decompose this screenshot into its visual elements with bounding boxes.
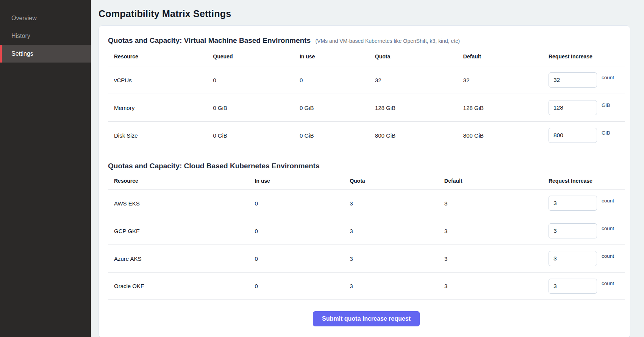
quota-cell: 800 GiB: [375, 132, 463, 139]
sidebar: Overview History Settings: [0, 0, 91, 337]
cloud-table-header-row: Resource In use Quota Default Request In…: [108, 172, 625, 189]
sidebar-item-settings[interactable]: Settings: [0, 45, 91, 63]
default-cell: 3: [444, 255, 549, 262]
quota-cell: 3: [350, 200, 444, 207]
table-row: Memory 0 GiB 0 GiB 128 GiB 128 GiB GiB: [108, 94, 625, 121]
aws-eks-request-input[interactable]: [549, 196, 597, 211]
resource-cell: Disk Size: [114, 132, 213, 139]
cloud-section-header: Quotas and Capacity: Cloud Based Kuberne…: [108, 162, 625, 170]
request-increase-cell: GiB: [549, 128, 625, 143]
in-use-cell: 0: [300, 77, 375, 83]
default-cell: 3: [444, 200, 549, 207]
default-cell: 800 GiB: [463, 132, 549, 139]
vm-section-title: Quotas and Capacity: Virtual Machine Bas…: [108, 36, 311, 44]
unit-label: count: [602, 198, 614, 204]
request-increase-cell: count: [549, 196, 625, 211]
quota-settings-card: Quotas and Capacity: Virtual Machine Bas…: [98, 25, 630, 337]
oracle-oke-request-input[interactable]: [549, 279, 597, 294]
in-use-cell: 0: [255, 228, 350, 234]
unit-label: count: [602, 75, 614, 80]
page-title: Compatibility Matrix Settings: [98, 8, 630, 19]
vcpus-request-input[interactable]: [549, 72, 597, 88]
unit-label: count: [602, 253, 614, 259]
resource-cell: vCPUs: [114, 77, 213, 83]
main-content: Compatibility Matrix Settings Quotas and…: [91, 0, 644, 337]
quota-cell: 128 GiB: [375, 105, 463, 111]
in-use-cell: 0 GiB: [300, 132, 375, 139]
default-cell: 3: [444, 283, 549, 289]
cloud-header-default: Default: [444, 178, 549, 184]
vm-header-quota: Quota: [375, 53, 463, 60]
unit-label: GiB: [602, 130, 610, 136]
memory-request-input[interactable]: [549, 100, 597, 115]
vm-header-default: Default: [463, 53, 549, 60]
default-cell: 32: [463, 77, 549, 83]
vm-table-header-row: Resource Queued In use Quota Default Req…: [108, 47, 625, 66]
default-cell: 3: [444, 228, 549, 234]
unit-label: GiB: [602, 102, 610, 108]
vm-quota-table: Resource Queued In use Quota Default Req…: [108, 47, 625, 149]
in-use-cell: 0: [255, 283, 350, 289]
quota-cell: 3: [350, 228, 444, 234]
table-row: AWS EKS 0 3 3 count: [108, 189, 625, 217]
queued-cell: 0 GiB: [213, 132, 300, 139]
resource-cell: GCP GKE: [114, 228, 255, 234]
sidebar-item-history[interactable]: History: [0, 27, 91, 45]
cloud-header-quota: Quota: [350, 178, 444, 184]
queued-cell: 0: [213, 77, 300, 83]
table-row: Disk Size 0 GiB 0 GiB 800 GiB 800 GiB Gi…: [108, 121, 625, 149]
table-row: GCP GKE 0 3 3 count: [108, 217, 625, 245]
resource-cell: Azure AKS: [114, 255, 255, 262]
vm-header-in-use: In use: [300, 53, 375, 60]
vm-header-request-increase: Request Increase: [549, 53, 625, 60]
resource-cell: AWS EKS: [114, 200, 255, 207]
submit-quota-button[interactable]: Submit quota increase request: [313, 311, 420, 326]
in-use-cell: 0: [255, 200, 350, 207]
disk-size-request-input[interactable]: [549, 128, 597, 143]
cloud-section-title: Quotas and Capacity: Cloud Based Kuberne…: [108, 162, 320, 170]
request-increase-cell: count: [549, 279, 625, 294]
cloud-header-request-increase: Request Increase: [549, 178, 625, 184]
resource-cell: Oracle OKE: [114, 283, 255, 289]
table-row: Azure AKS 0 3 3 count: [108, 245, 625, 272]
resource-cell: Memory: [114, 105, 213, 111]
request-increase-cell: count: [549, 223, 625, 238]
vm-header-queued: Queued: [213, 53, 300, 60]
cloud-quota-table: Resource In use Quota Default Request In…: [108, 172, 625, 300]
vm-section-subtitle: (VMs and VM-based Kubernetes like OpenSh…: [315, 38, 460, 44]
cloud-header-in-use: In use: [255, 178, 350, 184]
in-use-cell: 0 GiB: [300, 105, 375, 111]
vm-header-resource: Resource: [114, 53, 213, 60]
quota-cell: 3: [350, 255, 444, 262]
unit-label: count: [602, 281, 614, 286]
in-use-cell: 0: [255, 255, 350, 262]
table-row: Oracle OKE 0 3 3 count: [108, 272, 625, 300]
sidebar-item-overview[interactable]: Overview: [0, 9, 91, 27]
request-increase-cell: GiB: [549, 100, 625, 115]
default-cell: 128 GiB: [463, 105, 549, 111]
table-row: vCPUs 0 0 32 32 count: [108, 66, 625, 94]
request-increase-cell: count: [549, 72, 625, 88]
quota-cell: 32: [375, 77, 463, 83]
vm-section-header: Quotas and Capacity: Virtual Machine Bas…: [108, 36, 625, 45]
request-increase-cell: count: [549, 251, 625, 266]
azure-aks-request-input[interactable]: [549, 251, 597, 266]
queued-cell: 0 GiB: [213, 105, 300, 111]
cloud-header-resource: Resource: [114, 178, 255, 184]
quota-cell: 3: [350, 283, 444, 289]
unit-label: count: [602, 226, 614, 231]
gcp-gke-request-input[interactable]: [549, 223, 597, 238]
